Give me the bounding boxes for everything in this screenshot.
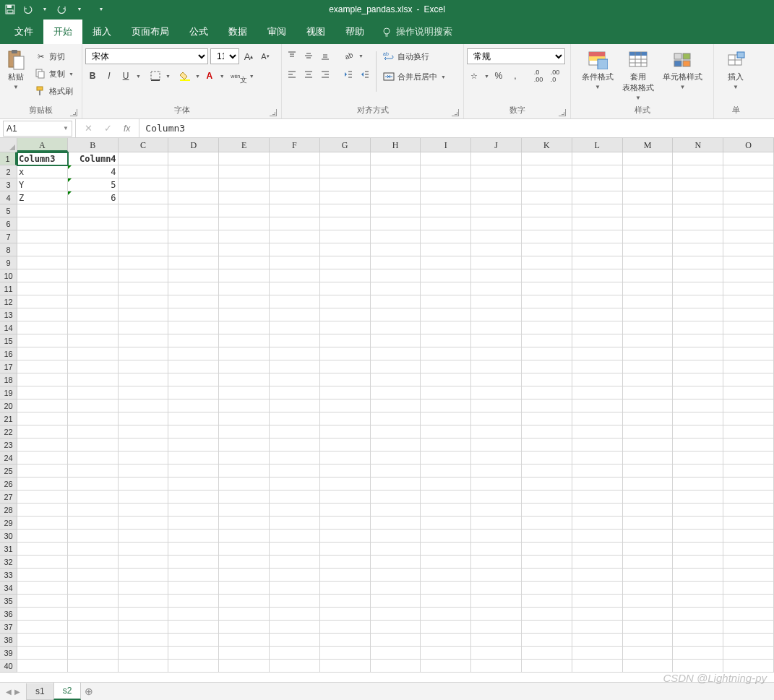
cell[interactable] — [572, 152, 623, 165]
cell[interactable] — [421, 634, 471, 647]
cell[interactable] — [522, 399, 572, 412]
cell[interactable] — [471, 491, 522, 504]
cell[interactable] — [623, 425, 674, 438]
cell[interactable] — [572, 438, 623, 451]
cell[interactable] — [623, 243, 674, 256]
cell[interactable] — [119, 634, 169, 647]
cell[interactable] — [522, 204, 572, 217]
cell[interactable] — [471, 595, 522, 608]
fill-color-button[interactable] — [178, 69, 192, 83]
cell[interactable] — [68, 204, 119, 217]
cell[interactable] — [673, 295, 723, 308]
cell[interactable] — [320, 438, 371, 451]
cell[interactable] — [471, 530, 522, 543]
cell[interactable] — [168, 621, 219, 634]
row-header[interactable]: 3 — [0, 178, 17, 191]
cell[interactable] — [17, 451, 68, 464]
cell[interactable] — [371, 282, 421, 295]
cell[interactable] — [421, 347, 471, 360]
cell[interactable] — [119, 178, 169, 191]
cell[interactable] — [119, 491, 169, 504]
cell[interactable] — [168, 295, 219, 308]
cell[interactable] — [723, 243, 774, 256]
cell[interactable] — [219, 464, 270, 478]
cell[interactable] — [219, 451, 270, 464]
cell[interactable] — [572, 464, 623, 478]
cell[interactable] — [270, 321, 320, 334]
cell[interactable] — [623, 282, 674, 295]
cell[interactable] — [68, 425, 119, 438]
cell[interactable] — [320, 230, 371, 243]
cell[interactable] — [119, 191, 169, 204]
cell[interactable] — [219, 412, 270, 425]
cell[interactable] — [320, 399, 371, 412]
cell[interactable] — [623, 165, 674, 178]
cell[interactable] — [68, 621, 119, 634]
cell[interactable] — [421, 269, 471, 282]
cell[interactable] — [623, 595, 674, 608]
cell[interactable] — [673, 647, 723, 660]
cell[interactable] — [17, 438, 68, 451]
row-header[interactable]: 8 — [0, 243, 17, 256]
cell[interactable] — [572, 608, 623, 621]
cell[interactable] — [219, 243, 270, 256]
cell[interactable] — [522, 647, 572, 660]
cell[interactable] — [723, 543, 774, 556]
cell[interactable] — [723, 399, 774, 412]
underline-button[interactable]: U — [119, 69, 133, 83]
cell[interactable] — [572, 517, 623, 530]
dialog-launcher-icon[interactable] — [452, 109, 459, 116]
cell[interactable] — [119, 478, 169, 491]
cell[interactable] — [270, 217, 320, 230]
dialog-launcher-icon[interactable] — [70, 109, 77, 116]
cell[interactable] — [421, 386, 471, 399]
cell[interactable] — [673, 191, 723, 204]
cell[interactable] — [320, 582, 371, 595]
accounting-format-icon[interactable]: ☆ — [467, 69, 481, 83]
redo-dropdown-icon[interactable]: ▼ — [74, 4, 85, 15]
cell[interactable] — [168, 647, 219, 660]
cell[interactable] — [673, 556, 723, 569]
align-right-icon[interactable] — [318, 67, 332, 82]
cell[interactable] — [623, 504, 674, 517]
cell[interactable] — [17, 204, 68, 217]
cell[interactable] — [219, 621, 270, 634]
cell[interactable] — [421, 230, 471, 243]
cell[interactable] — [68, 556, 119, 569]
cell[interactable] — [68, 451, 119, 464]
cell[interactable] — [68, 569, 119, 582]
cell[interactable] — [723, 347, 774, 360]
cell[interactable] — [320, 347, 371, 360]
cell[interactable] — [68, 660, 119, 673]
tab-file[interactable]: 文件 — [4, 20, 43, 44]
cell[interactable] — [673, 438, 723, 451]
cell[interactable] — [623, 230, 674, 243]
cell[interactable] — [623, 608, 674, 621]
cell[interactable] — [219, 321, 270, 334]
cell[interactable] — [723, 308, 774, 321]
cell[interactable] — [522, 464, 572, 478]
cell[interactable] — [68, 321, 119, 334]
cell[interactable] — [421, 204, 471, 217]
cell[interactable] — [522, 373, 572, 386]
cell[interactable] — [471, 269, 522, 282]
cell[interactable] — [623, 569, 674, 582]
cell[interactable] — [68, 647, 119, 660]
cell[interactable] — [320, 608, 371, 621]
formula-input[interactable]: Column3 — [139, 123, 774, 134]
align-top-icon[interactable] — [285, 48, 299, 63]
cell[interactable] — [421, 517, 471, 530]
cell[interactable] — [421, 256, 471, 269]
cell[interactable] — [522, 530, 572, 543]
cell[interactable] — [371, 217, 421, 230]
comma-icon[interactable]: , — [508, 69, 523, 83]
cell[interactable] — [723, 360, 774, 373]
cell[interactable] — [421, 152, 471, 165]
cell[interactable]: 6 — [68, 191, 119, 204]
cell[interactable] — [673, 621, 723, 634]
cell[interactable] — [270, 634, 320, 647]
cell[interactable] — [522, 321, 572, 334]
cell[interactable] — [219, 152, 270, 165]
redo-icon[interactable] — [56, 4, 68, 15]
cell[interactable] — [371, 360, 421, 373]
